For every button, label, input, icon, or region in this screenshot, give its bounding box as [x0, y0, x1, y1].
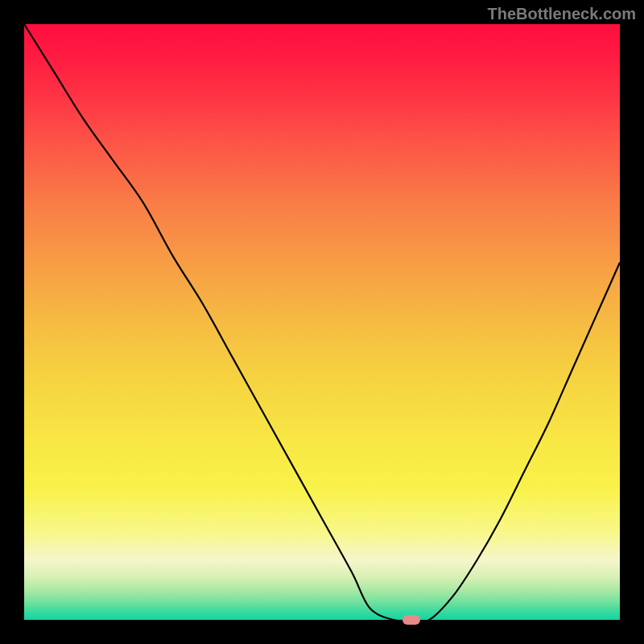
- chart-svg: [24, 24, 620, 620]
- chart-plot-area: [24, 24, 620, 620]
- optimal-point-marker: [402, 615, 420, 625]
- chart-background: [24, 24, 620, 620]
- watermark-text: TheBottleneck.com: [488, 5, 636, 23]
